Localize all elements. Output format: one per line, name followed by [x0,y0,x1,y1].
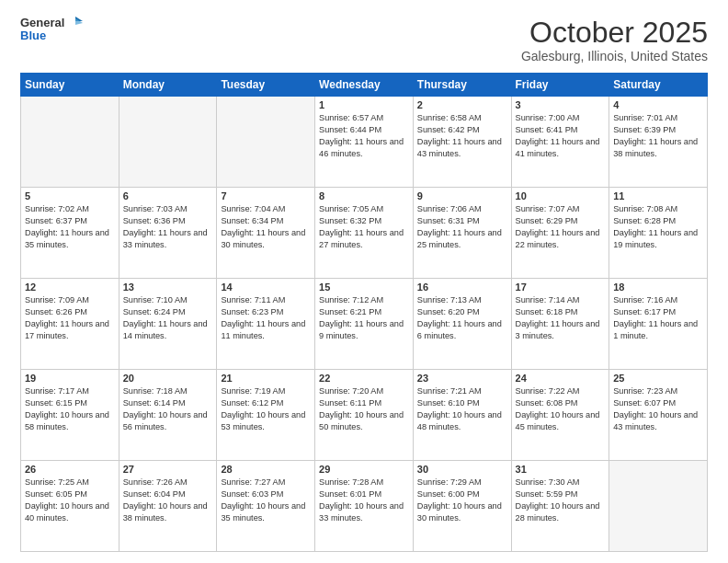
calendar-week-row: 19Sunrise: 7:17 AM Sunset: 6:15 PM Dayli… [21,370,708,461]
day-info: Sunrise: 6:57 AM Sunset: 6:44 PM Dayligh… [319,112,409,160]
table-row: 31Sunrise: 7:30 AM Sunset: 5:59 PM Dayli… [511,461,609,552]
day-number: 12 [25,282,115,293]
table-row: 14Sunrise: 7:11 AM Sunset: 6:23 PM Dayli… [217,279,315,370]
day-info: Sunrise: 7:17 AM Sunset: 6:15 PM Dayligh… [25,385,115,433]
table-row: 12Sunrise: 7:09 AM Sunset: 6:26 PM Dayli… [21,279,119,370]
table-row: 29Sunrise: 7:28 AM Sunset: 6:01 PM Dayli… [315,461,414,552]
day-info: Sunrise: 7:09 AM Sunset: 6:26 PM Dayligh… [25,294,115,342]
table-row: 8Sunrise: 7:05 AM Sunset: 6:32 PM Daylig… [315,188,414,279]
day-info: Sunrise: 7:10 AM Sunset: 6:24 PM Dayligh… [123,294,213,342]
day-number: 21 [221,373,311,384]
table-row: 3Sunrise: 7:00 AM Sunset: 6:41 PM Daylig… [511,97,609,188]
logo-blue: Blue [20,29,83,42]
table-row [217,97,315,188]
table-row: 10Sunrise: 7:07 AM Sunset: 6:29 PM Dayli… [511,188,609,279]
day-info: Sunrise: 7:05 AM Sunset: 6:32 PM Dayligh… [319,203,409,251]
day-number: 14 [221,282,311,293]
col-saturday: Saturday [609,74,708,97]
day-number: 9 [417,190,507,201]
table-row [609,461,708,552]
day-number: 15 [319,282,409,293]
day-info: Sunrise: 7:19 AM Sunset: 6:12 PM Dayligh… [221,385,311,433]
table-row: 24Sunrise: 7:22 AM Sunset: 6:08 PM Dayli… [511,370,609,461]
day-info: Sunrise: 7:23 AM Sunset: 6:07 PM Dayligh… [613,385,703,433]
table-row: 22Sunrise: 7:20 AM Sunset: 6:11 PM Dayli… [315,370,414,461]
table-row: 28Sunrise: 7:27 AM Sunset: 6:03 PM Dayli… [217,461,315,552]
calendar-week-row: 26Sunrise: 7:25 AM Sunset: 6:05 PM Dayli… [21,461,708,552]
title-block: October 2025 Galesburg, Illinois, United… [521,17,708,63]
table-row: 1Sunrise: 6:57 AM Sunset: 6:44 PM Daylig… [315,97,414,188]
day-number: 22 [319,373,409,384]
table-row: 15Sunrise: 7:12 AM Sunset: 6:21 PM Dayli… [315,279,414,370]
table-row: 2Sunrise: 6:58 AM Sunset: 6:42 PM Daylig… [413,97,511,188]
day-number: 25 [613,373,703,384]
table-row: 6Sunrise: 7:03 AM Sunset: 6:36 PM Daylig… [119,188,217,279]
day-number: 11 [613,190,703,201]
table-row: 26Sunrise: 7:25 AM Sunset: 6:05 PM Dayli… [21,461,119,552]
day-info: Sunrise: 7:12 AM Sunset: 6:21 PM Dayligh… [319,294,409,342]
logo-general: General [20,17,64,29]
table-row [119,97,217,188]
day-number: 26 [25,464,115,475]
day-info: Sunrise: 7:30 AM Sunset: 5:59 PM Dayligh… [516,477,606,524]
table-row: 19Sunrise: 7:17 AM Sunset: 6:15 PM Dayli… [21,370,119,461]
day-info: Sunrise: 7:07 AM Sunset: 6:29 PM Dayligh… [516,203,606,251]
day-number: 30 [417,464,507,475]
table-row: 17Sunrise: 7:14 AM Sunset: 6:18 PM Dayli… [511,279,609,370]
day-number: 20 [123,373,213,384]
day-info: Sunrise: 7:21 AM Sunset: 6:10 PM Dayligh… [417,385,507,433]
day-info: Sunrise: 7:13 AM Sunset: 6:20 PM Dayligh… [417,294,507,342]
day-number: 5 [25,190,115,201]
calendar-header-row: Sunday Monday Tuesday Wednesday Thursday… [21,74,708,97]
logo: General Blue [20,17,83,43]
day-number: 18 [613,282,703,293]
day-info: Sunrise: 7:02 AM Sunset: 6:37 PM Dayligh… [25,203,115,251]
table-row: 7Sunrise: 7:04 AM Sunset: 6:34 PM Daylig… [217,188,315,279]
page: General Blue October 2025 Galesburg, Ill… [0,0,728,563]
day-number: 7 [221,190,311,201]
day-number: 3 [516,99,606,110]
day-info: Sunrise: 7:18 AM Sunset: 6:14 PM Dayligh… [123,385,213,433]
day-number: 4 [613,99,703,110]
table-row: 21Sunrise: 7:19 AM Sunset: 6:12 PM Dayli… [217,370,315,461]
table-row: 20Sunrise: 7:18 AM Sunset: 6:14 PM Dayli… [119,370,217,461]
table-row: 30Sunrise: 7:29 AM Sunset: 6:00 PM Dayli… [413,461,511,552]
subtitle: Galesburg, Illinois, United States [521,49,708,63]
day-info: Sunrise: 7:06 AM Sunset: 6:31 PM Dayligh… [417,203,507,251]
day-number: 8 [319,190,409,201]
day-number: 2 [417,99,507,110]
day-number: 1 [319,99,409,110]
col-monday: Monday [119,74,217,97]
header: General Blue October 2025 Galesburg, Ill… [20,17,708,63]
table-row [21,97,119,188]
day-info: Sunrise: 7:20 AM Sunset: 6:11 PM Dayligh… [319,385,409,433]
day-number: 6 [123,190,213,201]
day-info: Sunrise: 7:26 AM Sunset: 6:04 PM Dayligh… [123,477,213,524]
day-number: 27 [123,464,213,475]
day-number: 19 [25,373,115,384]
day-info: Sunrise: 7:03 AM Sunset: 6:36 PM Dayligh… [123,203,213,251]
table-row: 23Sunrise: 7:21 AM Sunset: 6:10 PM Dayli… [413,370,511,461]
day-info: Sunrise: 7:27 AM Sunset: 6:03 PM Dayligh… [221,477,311,524]
col-sunday: Sunday [21,74,119,97]
day-info: Sunrise: 7:11 AM Sunset: 6:23 PM Dayligh… [221,294,311,342]
col-thursday: Thursday [413,74,511,97]
day-info: Sunrise: 7:00 AM Sunset: 6:41 PM Dayligh… [516,112,606,160]
calendar-week-row: 5Sunrise: 7:02 AM Sunset: 6:37 PM Daylig… [21,188,708,279]
table-row: 18Sunrise: 7:16 AM Sunset: 6:17 PM Dayli… [609,279,708,370]
day-number: 28 [221,464,311,475]
table-row: 9Sunrise: 7:06 AM Sunset: 6:31 PM Daylig… [413,188,511,279]
day-info: Sunrise: 7:22 AM Sunset: 6:08 PM Dayligh… [516,385,606,433]
calendar-week-row: 1Sunrise: 6:57 AM Sunset: 6:44 PM Daylig… [21,97,708,188]
day-number: 13 [123,282,213,293]
logo-bird-icon [66,17,83,29]
table-row: 13Sunrise: 7:10 AM Sunset: 6:24 PM Dayli… [119,279,217,370]
day-info: Sunrise: 7:28 AM Sunset: 6:01 PM Dayligh… [319,477,409,524]
col-wednesday: Wednesday [315,74,414,97]
table-row: 4Sunrise: 7:01 AM Sunset: 6:39 PM Daylig… [609,97,708,188]
table-row: 25Sunrise: 7:23 AM Sunset: 6:07 PM Dayli… [609,370,708,461]
day-number: 31 [516,464,606,475]
day-number: 24 [516,373,606,384]
day-info: Sunrise: 7:14 AM Sunset: 6:18 PM Dayligh… [516,294,606,342]
day-number: 23 [417,373,507,384]
